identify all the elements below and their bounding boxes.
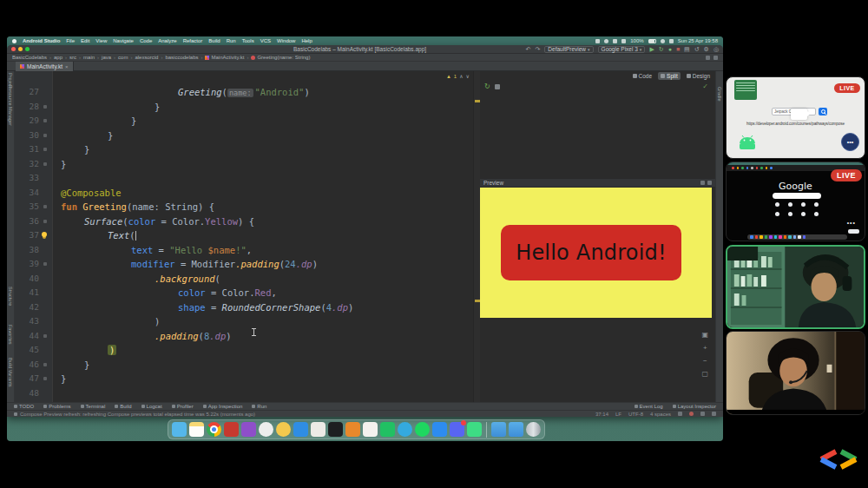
menu-item-view[interactable]: View [95,38,107,43]
fold-marker[interactable] [43,377,47,380]
screenshot-icon[interactable] [495,84,500,89]
tool-window-todo[interactable]: TODO [14,404,34,409]
fold-marker[interactable] [43,334,47,338]
code-editor[interactable]: 27Greeting(name:"Android")28}29}30}31}32… [15,71,473,402]
breadcrumb-app[interactable]: app [54,55,62,60]
code-line[interactable]: 41color = Color.Red, [15,286,473,300]
back-icon[interactable]: ↶ [526,46,531,53]
control-center-icon[interactable] [669,39,674,43]
compose-preview-canvas[interactable]: Hello Android! [480,188,712,318]
google-app-shortcut[interactable] [775,212,779,216]
dock-folder-downloads-icon[interactable] [509,422,523,437]
google-app-shortcut[interactable] [775,202,779,207]
fold-marker[interactable] [43,205,47,208]
bookmark-icon[interactable] [756,167,759,169]
dock-affinity-app-icon[interactable] [241,422,256,437]
fold-marker[interactable] [43,148,47,151]
dock-finder-icon[interactable] [172,422,187,437]
dock-terminal-icon[interactable] [328,422,343,437]
tool-window-build[interactable]: Build [115,404,131,409]
menu-item-edit[interactable]: Edit [81,38,89,43]
menu-item-help[interactable]: Help [301,38,312,43]
code-line[interactable]: 43) [15,314,473,329]
menu-item-run[interactable]: Run [227,38,236,43]
menu-item-build[interactable]: Build [208,38,220,43]
apple-icon[interactable] [12,39,16,43]
menu-item-window[interactable]: Window [277,38,295,43]
code-line[interactable]: 34@Composable [15,186,473,201]
lock-icon[interactable] [678,412,682,416]
fold-marker[interactable] [43,162,47,166]
google-app-shortcut[interactable] [788,212,792,216]
code-line[interactable]: 46} [15,358,473,373]
tool-window-profiler[interactable]: Profiler [172,404,194,409]
tool-strip-structure[interactable]: Structure [8,287,13,306]
bookmark-icon[interactable] [732,167,734,169]
stop-icon[interactable]: ■ [676,46,680,53]
menu-item-file[interactable]: File [66,38,75,43]
caret-position[interactable]: 37:14 [595,412,608,417]
code-line[interactable]: 36Surface(color = Color.Yellow) { [15,214,473,229]
fold-marker[interactable] [43,220,47,223]
editor-scrollbar[interactable] [473,71,480,402]
dock-slack-icon[interactable] [363,422,378,437]
bookmark-icon[interactable] [766,167,768,169]
dock-android-studio-preview-icon[interactable] [276,422,291,437]
fold-marker[interactable] [43,119,47,122]
preview-mode-tab-split[interactable]: Split [658,72,681,80]
code-line[interactable]: 29} [15,114,473,129]
code-line[interactable]: 32} [15,157,473,172]
zoom-actual-icon[interactable]: ▢ [701,371,708,378]
menu-item-analyze[interactable]: Analyze [158,38,176,43]
breadcrumb-main[interactable]: main [83,55,95,60]
settings-icon[interactable]: ⚙ [704,46,709,53]
zoom-out-icon[interactable]: − [701,358,708,365]
tool-window-terminal[interactable]: Terminal [81,404,106,409]
code-line[interactable]: 33 [15,171,473,186]
event-icon[interactable] [706,56,710,60]
code-line[interactable]: 48 [15,386,473,401]
run-button[interactable]: ▶ [649,46,654,53]
search-icon[interactable] [661,39,665,43]
tool-window-layout-inspector[interactable]: Layout Inspector [673,404,716,409]
next-warning-icon[interactable]: ∨ [466,73,470,79]
dock-android-studio-icon[interactable] [259,422,273,437]
dock-spotify-icon[interactable] [415,422,430,437]
google-app-shortcut[interactable] [801,212,806,216]
tool-window-logcat[interactable]: Logcat [141,404,162,409]
dock-keynote-icon[interactable] [432,422,447,437]
fold-marker[interactable] [43,262,47,266]
participant-video-screenshare-slide[interactable]: LIVE Jetpack Compose https://developer.a… [726,76,865,159]
breadcrumb-java[interactable]: java [102,55,111,60]
search-everywhere-icon[interactable]: ◎ [713,46,719,53]
fold-marker[interactable] [43,105,47,109]
dock-android-icon[interactable] [467,422,482,437]
participant-video-speaker[interactable] [726,245,865,329]
tool-strip-resource-manager[interactable]: Resource Manager [8,85,13,126]
pin-icon[interactable] [700,181,705,185]
menubar-app-name[interactable]: Android Studio [23,38,60,43]
indent-setting[interactable]: 4 spaces [650,412,671,417]
code-line[interactable]: 31} [15,142,473,157]
breadcrumb-basiccodelabs[interactable]: BasicCodelabs [12,55,47,60]
line-ending[interactable]: LF [615,412,621,417]
device-manager-icon[interactable]: ▤ [684,46,690,53]
bookmark-icon[interactable] [741,167,744,169]
fold-marker[interactable] [43,363,47,366]
dock-notes-icon[interactable] [189,422,204,437]
prev-warning-icon[interactable]: ∧ [459,73,463,79]
google-app-shortcut[interactable] [814,202,819,207]
gradle-status-icon[interactable] [712,412,716,416]
tool-strip-favorites[interactable]: Favorites [8,325,13,345]
breadcrumb-greeting-name-string[interactable]: Greeting(name: String) [251,55,310,60]
breadcrumb-src[interactable]: src [69,55,76,60]
code-line[interactable]: 45) [15,343,473,358]
debug-icon[interactable]: ● [668,46,672,53]
forward-icon[interactable]: ↷ [535,46,540,53]
breadcrumb-mainactivity-kt[interactable]: MainActivity.kt [205,55,244,60]
code-line[interactable]: 27Greeting(name:"Android") [15,85,473,100]
bookmark-icon[interactable] [770,167,773,169]
dock-horse-app-icon[interactable] [224,422,239,437]
code-line[interactable]: 47} [15,372,473,386]
code-line[interactable]: 35fun Greeting(name: String) { [15,200,473,214]
